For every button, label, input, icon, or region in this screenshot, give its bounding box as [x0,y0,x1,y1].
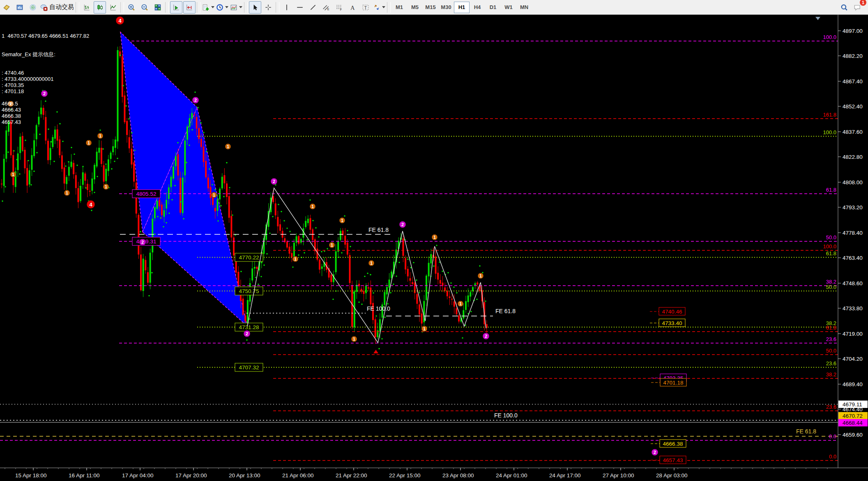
indicators-button[interactable] [202,1,215,14]
price-axis-label: 4882.20 [843,53,863,59]
signals-icon [29,4,37,11]
price-axis-label: 4897.00 [843,28,863,34]
semafor-number: 1 [66,191,68,195]
charts-icon [16,4,23,11]
line-icon [109,4,117,11]
fib-price-box-label: 4770.22 [239,254,259,261]
timeframe-m1-button[interactable]: M1 [391,2,407,13]
fib-level-label: 61.8 [826,250,836,257]
fib-price-box-label: 4707.32 [239,364,259,371]
timeframe-h4-button[interactable]: H4 [470,2,485,13]
zoomout-icon [141,4,148,11]
timeframe-m30-button[interactable]: M30 [438,2,454,13]
chevron-down-icon[interactable] [225,6,228,8]
zoom-in-button[interactable] [125,1,138,14]
signals-button[interactable] [27,1,39,14]
trend-icon [309,4,317,11]
timeframe-mn-button[interactable]: MN [516,2,532,13]
toolbar-group-draw: EFAT [280,0,386,15]
text-label-button[interactable]: T [359,1,372,14]
chevron-down-icon[interactable] [211,6,214,8]
horizontal-line-button[interactable] [294,1,306,14]
timeframe-h1-button[interactable]: H1 [454,2,470,13]
toolbar-group-timeframes: M1M5M15M30H1H4D1W1MN [391,0,532,15]
auto-trading-button[interactable]: 自动交易 [40,1,74,14]
fib-level-label: 23.6 [826,336,836,342]
fib-level-label: 50.0 [826,348,836,354]
fib-price-box-label: 4731.28 [239,324,259,330]
fib-level-label: 0.0 [829,433,836,440]
periods-button[interactable] [216,1,229,14]
price-axis-label: 4719.00 [843,331,863,337]
zoom-out-button[interactable] [138,1,151,14]
semafor-number: 1 [9,102,12,106]
current-price-tag: 4670.72 [843,413,863,419]
main-toolbar: 自动交易EFATM1M5M15M30H1H4D1W1MN1 [0,0,868,15]
time-axis-label: 21 Apr 06:00 [282,472,314,479]
time-axis-label: 22 Apr 15:00 [389,472,421,479]
search-button[interactable] [838,1,850,14]
semafor-number: 1 [99,134,101,138]
trendline-button[interactable] [307,1,319,14]
auto-scroll-button[interactable] [170,1,182,14]
semafor-number: 1 [105,185,107,189]
toolbar-group-insert [201,0,243,15]
chart-shift-button[interactable] [183,1,196,14]
chevron-down-icon[interactable] [382,6,385,8]
semafor-number: 2 [194,98,197,103]
semafor-number: 1 [459,302,462,306]
price-tag-label: 4733.40 [662,320,682,326]
vertical-line-button[interactable] [281,1,293,14]
price-axis-label: 4793.20 [843,204,863,211]
fibo-icon: F [336,4,343,11]
price-axis-label: 4763.40 [843,255,863,261]
line-chart-button[interactable] [107,1,119,14]
toolbar-separator [120,2,124,13]
semafor-number: 1 [331,243,333,247]
fib-level-label: 0.0 [829,454,836,460]
crosshair-button[interactable] [262,1,274,14]
arrows-button[interactable] [373,1,386,14]
price-tag-label: 4666.38 [663,441,683,447]
text-button[interactable]: A [346,1,359,14]
fibonacci-button[interactable]: F [333,1,345,14]
time-axis-label: 28 Apr 03:00 [656,472,688,479]
chevron-down-icon[interactable] [239,6,242,8]
fe-label: FE 61.8 [495,308,516,314]
charts-window-button[interactable] [14,1,26,14]
tile-windows-button[interactable] [152,1,164,14]
new-order-button[interactable] [0,1,13,14]
timeframe-m5-button[interactable]: M5 [407,2,423,13]
time-axis[interactable]: 15 Apr 18:0016 Apr 11:0017 Apr 04:0017 A… [0,468,868,481]
semafor-number: 1 [341,218,343,223]
equidistant-channel-button[interactable]: E [320,1,332,14]
fib-price-box-label: 4750.75 [239,288,259,294]
vline-icon [283,4,290,11]
fib-level-label: 100.0 [823,129,836,135]
timeframe-w1-button[interactable]: W1 [501,2,516,13]
price-tag-label: 4701.18 [663,380,684,386]
fe-label: FE 100.0 [367,305,390,312]
toolbar-separator [76,2,79,13]
zoomin-icon [128,4,135,11]
cursor-button[interactable] [249,1,261,14]
semafor-number: 1 [311,204,314,209]
semafor-number: 1 [479,274,482,278]
toolbar-separator [165,2,169,13]
timeframe-m15-button[interactable]: M15 [423,2,438,13]
timeframe-d1-button[interactable]: D1 [485,2,501,13]
autotrade-icon [40,4,48,11]
chart-canvas[interactable]: 100.0161.8100.061.84805.5250.04779.31100… [0,15,868,481]
price-axis[interactable]: 4897.004882.204867.404852.404837.604822.… [838,15,868,468]
chart-area[interactable]: 100.0161.8100.061.84805.5250.04779.31100… [0,15,868,481]
semafor-number: 1 [227,144,229,149]
chat-button[interactable]: 1 [851,1,863,14]
semafor-number: 1 [213,193,215,197]
price-tag-label: 4657.43 [663,457,683,463]
notification-badge: 1 [860,0,866,6]
price-tag-label: 4740.46 [662,309,682,315]
candlestick-chart-button[interactable] [94,1,106,14]
bar-chart-button[interactable] [81,1,93,14]
current-price-tag: 4679.11 [843,401,862,408]
templates-button[interactable] [230,1,243,14]
